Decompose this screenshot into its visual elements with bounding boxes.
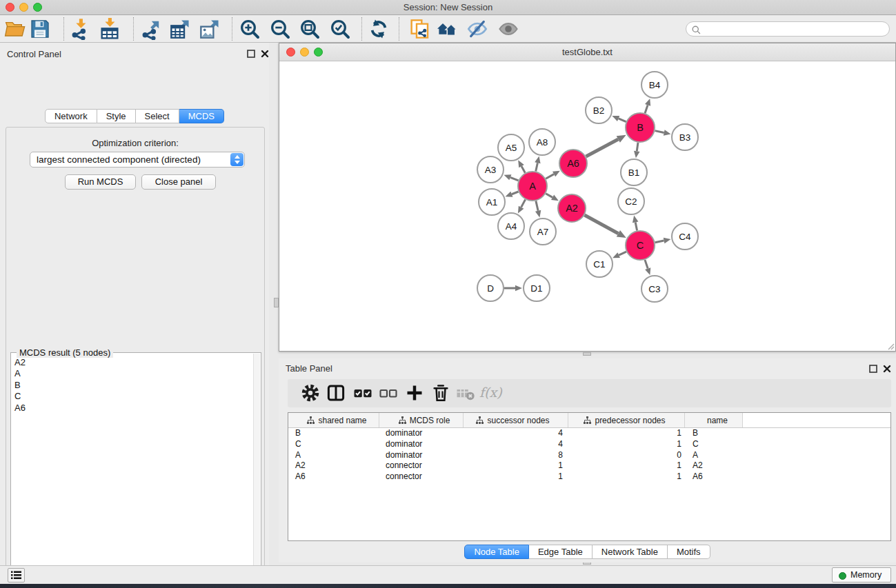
zoom-in-icon[interactable]: [239, 18, 261, 40]
import-table-icon[interactable]: [99, 18, 121, 40]
resize-grip-icon[interactable]: [886, 342, 895, 350]
close-window-button[interactable]: [6, 3, 14, 12]
table-row[interactable]: Cdominator41C: [288, 439, 890, 450]
table-cell[interactable]: 1: [568, 472, 685, 483]
criterion-dropdown[interactable]: largest connected component (directed): [30, 152, 245, 168]
graph-edge[interactable]: [510, 177, 519, 181]
table-cell[interactable]: A: [685, 450, 743, 461]
table-cell[interactable]: 1: [464, 472, 568, 483]
graph-edge[interactable]: [546, 194, 552, 198]
network-zoom-button[interactable]: [314, 48, 323, 57]
float-panel-icon[interactable]: [246, 49, 256, 59]
memory-button[interactable]: Memory: [832, 567, 891, 582]
network-minimize-button[interactable]: [300, 48, 309, 57]
table-cell[interactable]: B: [685, 428, 743, 439]
table-cell[interactable]: A6: [685, 472, 743, 483]
delete-column-icon[interactable]: [430, 383, 451, 403]
table-cell[interactable]: C: [685, 439, 743, 450]
table-cell[interactable]: 1: [464, 460, 568, 472]
table-cell[interactable]: 8: [464, 450, 568, 461]
zoom-selected-icon[interactable]: [329, 18, 351, 40]
column-header-predecessor-nodes[interactable]: predecessor nodes: [568, 413, 685, 427]
mcds-result-item[interactable]: C: [14, 391, 26, 402]
tab-mcds[interactable]: MCDS: [179, 109, 224, 123]
graph-edge[interactable]: [655, 131, 664, 133]
graph-edge[interactable]: [655, 241, 664, 243]
vertical-splitter-handle[interactable]: [274, 298, 279, 307]
tab-style[interactable]: Style: [97, 109, 136, 123]
graph-edge[interactable]: [536, 163, 538, 171]
graph-edge[interactable]: [512, 192, 519, 194]
table-cell[interactable]: B: [288, 428, 379, 439]
minimize-window-button[interactable]: [19, 3, 28, 12]
select-all-rows-icon[interactable]: [352, 383, 373, 403]
mcds-result-item[interactable]: B: [14, 380, 26, 391]
deselect-all-rows-icon[interactable]: [378, 383, 399, 403]
mcds-result-item[interactable]: A6: [14, 403, 26, 414]
tab-network-table[interactable]: Network Table: [593, 545, 668, 559]
column-visibility-icon[interactable]: [326, 383, 346, 403]
graph-edge[interactable]: [645, 260, 648, 269]
add-column-icon[interactable]: [404, 383, 425, 403]
table-cell[interactable]: connector: [379, 472, 464, 483]
table-row[interactable]: Adominator80A: [288, 450, 890, 461]
delete-table-icon[interactable]: [455, 383, 476, 403]
tab-edge-table[interactable]: Edge Table: [529, 545, 593, 559]
table-row[interactable]: A2connector11A2: [288, 460, 890, 472]
first-neighbors-icon[interactable]: [436, 18, 458, 40]
float-table-panel-icon[interactable]: [868, 364, 878, 374]
show-all-icon[interactable]: [497, 18, 519, 40]
zoom-fit-icon[interactable]: [299, 18, 321, 40]
table-row[interactable]: A6connector11A6: [288, 472, 890, 483]
network-window-titlebar[interactable]: testGlobe.txt: [279, 43, 895, 61]
horizontal-splitter-handle[interactable]: [583, 352, 591, 356]
column-header-shared-name[interactable]: shared name: [288, 413, 379, 427]
table-cell[interactable]: 1: [568, 460, 685, 472]
function-builder-icon[interactable]: f(x): [479, 385, 502, 400]
column-header-name[interactable]: name: [685, 413, 743, 427]
export-table-icon[interactable]: [169, 18, 191, 40]
tab-motifs[interactable]: Motifs: [668, 545, 710, 559]
table-cell[interactable]: 4: [464, 439, 568, 450]
tab-network[interactable]: Network: [45, 109, 97, 123]
zoom-out-icon[interactable]: [269, 18, 291, 40]
tab-select[interactable]: Select: [136, 109, 179, 123]
graph-edge[interactable]: [536, 201, 538, 210]
new-network-from-selection-icon[interactable]: [408, 18, 430, 40]
search-input[interactable]: [703, 23, 882, 35]
table-cell[interactable]: A: [288, 450, 379, 461]
graph-edge[interactable]: [521, 199, 526, 207]
graph-edge[interactable]: [584, 215, 618, 234]
column-header-successor-nodes[interactable]: successor nodes: [464, 413, 568, 427]
task-history-button[interactable]: [8, 568, 25, 582]
mcds-result-item[interactable]: A2: [14, 357, 26, 368]
open-session-icon[interactable]: [4, 18, 26, 40]
table-cell[interactable]: dominator: [379, 439, 464, 450]
search-box[interactable]: [686, 21, 890, 37]
table-cell[interactable]: 0: [568, 450, 685, 461]
mcds-result-item[interactable]: A: [14, 368, 26, 379]
network-graph[interactable]: AA6A2BCA1A3A4A5A7A8B1B2B3B4C1C2C3C4DD1: [279, 61, 895, 352]
table-cell[interactable]: A2: [288, 460, 379, 472]
zoom-window-button[interactable]: [33, 3, 42, 12]
graph-edge[interactable]: [645, 105, 648, 113]
graph-edge[interactable]: [546, 174, 554, 179]
graph-edge[interactable]: [619, 119, 626, 122]
table-cell[interactable]: 1: [568, 439, 685, 450]
table-cell[interactable]: connector: [379, 460, 464, 472]
table-cell[interactable]: A2: [685, 460, 743, 472]
table-cell[interactable]: C: [288, 439, 379, 450]
graph-edge[interactable]: [586, 139, 619, 156]
save-session-icon[interactable]: [29, 18, 51, 40]
graph-edge[interactable]: [635, 222, 637, 230]
graph-edge[interactable]: [619, 252, 626, 255]
hide-selected-icon[interactable]: [466, 18, 488, 40]
table-row[interactable]: Bdominator41B: [288, 428, 890, 439]
graph-edge[interactable]: [521, 166, 525, 173]
tab-node-table[interactable]: Node Table: [464, 545, 529, 559]
table-options-gear-icon[interactable]: [300, 383, 321, 403]
mcds-result-list[interactable]: A2ABCA6: [14, 357, 26, 414]
table-cell[interactable]: dominator: [379, 428, 464, 439]
graph-edge[interactable]: [637, 143, 638, 152]
export-image-icon[interactable]: [199, 18, 221, 40]
